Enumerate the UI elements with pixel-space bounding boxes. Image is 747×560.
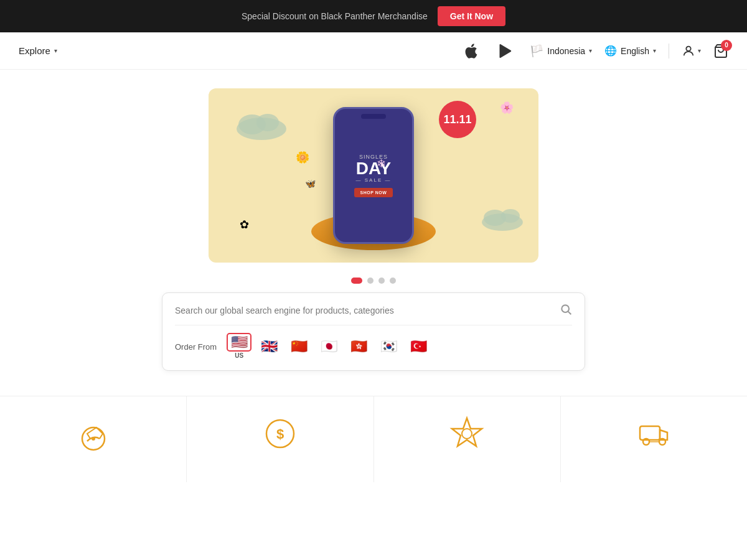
svg-point-8	[561, 305, 569, 312]
flag-uk-button[interactable]: 🇬🇧	[256, 337, 281, 356]
region-icon: 🏳️	[530, 44, 543, 58]
top-banner: Special Discount on Black Panther Mercha…	[0, 0, 747, 32]
dot-3[interactable]	[378, 278, 385, 284]
chevron-down-icon: ▾	[54, 47, 57, 54]
eleven-eleven-badge: 11.11	[439, 101, 476, 138]
cn-flag-icon: 🇨🇳	[288, 338, 310, 355]
nav-divider	[669, 44, 669, 58]
dot-4[interactable]	[390, 278, 396, 284]
region-label: Indonesia	[547, 46, 585, 56]
nav-left: Explore ▾	[19, 45, 57, 56]
svg-point-7	[501, 209, 520, 223]
main-content: 🌸 ✿ 🌼 🦋 11.11 SINGLES DAY — SALE — SHOP …	[0, 70, 747, 495]
feature-quality	[374, 396, 561, 482]
apple-icon	[463, 42, 480, 60]
phone-notch	[361, 114, 386, 119]
search-icon	[560, 303, 572, 315]
kr-flag-icon: 🇰🇷	[377, 338, 400, 355]
search-input-row	[175, 303, 572, 325]
svg-point-0	[686, 46, 690, 50]
phone-container: SINGLES DAY — SALE — SHOP NOW	[333, 107, 414, 244]
svg-rect-16	[640, 426, 660, 440]
flag-buttons: 🇺🇸 US 🇬🇧 🇨🇳 🇯🇵 🇭🇰 🇰🇷	[227, 333, 431, 360]
snowflake-icon: ❄	[377, 157, 386, 170]
dot-2[interactable]	[367, 278, 374, 284]
play-store-icon	[497, 42, 515, 60]
flower-top-right-icon: 🌸	[500, 101, 514, 114]
quality-icon	[448, 415, 486, 459]
flag-jp-button[interactable]: 🇯🇵	[316, 337, 341, 356]
flag-hk-button[interactable]: 🇭🇰	[346, 337, 371, 356]
order-from-row: Order From 🇺🇸 US 🇬🇧 🇨🇳 🇯🇵 🇭🇰	[175, 325, 572, 360]
nav-right: 🏳️ Indonesia ▾ 🌐 English ▾ ▾ 0	[460, 40, 728, 62]
jp-flag-icon: 🇯🇵	[317, 338, 340, 355]
cart-count: 0	[721, 40, 732, 51]
flag-cn-button[interactable]: 🇨🇳	[286, 337, 311, 356]
butterfly-icon: 🦋	[305, 179, 316, 189]
phone-mockup: SINGLES DAY — SALE — SHOP NOW	[333, 107, 414, 244]
search-submit-button[interactable]	[560, 303, 572, 317]
phone-content: SINGLES DAY — SALE — SHOP NOW	[348, 147, 400, 203]
apple-store-button[interactable]	[460, 40, 482, 62]
carousel-dots	[0, 278, 747, 284]
hero-banner: 🌸 ✿ 🌼 🦋 11.11 SINGLES DAY — SALE — SHOP …	[209, 88, 538, 263]
search-input[interactable]	[175, 306, 553, 315]
feature-delivery	[561, 396, 747, 482]
flag-us-button[interactable]: 🇺🇸 US	[227, 333, 251, 360]
language-label: English	[621, 46, 649, 56]
delivery-icon	[635, 415, 672, 459]
flower-mid-icon: 🌼	[296, 151, 309, 164]
hk-flag-icon: 🇭🇰	[347, 338, 370, 355]
explore-label: Explore	[19, 45, 50, 56]
language-button[interactable]: 🌐 English ▾	[604, 45, 656, 57]
user-account-button[interactable]: ▾	[682, 44, 701, 58]
shop-now-text: SHOP NOW	[354, 188, 393, 197]
order-from-label: Order From	[175, 342, 217, 352]
flag-kr-button[interactable]: 🇰🇷	[376, 337, 401, 356]
play-store-button[interactable]	[495, 40, 517, 62]
us-flag-icon: 🇺🇸	[228, 334, 250, 350]
svg-line-9	[568, 312, 571, 315]
globe-icon: 🌐	[604, 45, 617, 57]
navbar: Explore ▾ 🏳️ Indonesia ▾ 🌐 English ▾	[0, 32, 747, 70]
us-flag-label: US	[235, 352, 243, 359]
search-section: Order From 🇺🇸 US 🇬🇧 🇨🇳 🇯🇵 🇭🇰	[162, 292, 585, 371]
svg-text:$: $	[276, 426, 284, 442]
features-section: $	[0, 396, 747, 482]
language-chevron-icon: ▾	[653, 47, 656, 54]
hero-banner-wrapper: 🌸 ✿ 🌼 🦋 11.11 SINGLES DAY — SALE — SHOP …	[0, 82, 747, 269]
feature-payment: $	[187, 396, 374, 482]
user-icon	[682, 44, 695, 58]
payment-icon: $	[261, 415, 299, 459]
flag-tr-button[interactable]: 🇹🇷	[406, 337, 431, 356]
banner-text: Special Discount on Black Panther Mercha…	[242, 11, 428, 21]
svg-point-4	[256, 114, 279, 131]
uk-flag-icon: 🇬🇧	[258, 338, 280, 355]
best-price-icon	[75, 415, 112, 459]
feature-best-price	[0, 396, 187, 482]
sale-text: — SALE —	[354, 177, 393, 183]
day-text: DAY	[354, 160, 393, 177]
user-chevron-icon: ▾	[698, 47, 701, 54]
dot-1[interactable]	[351, 278, 362, 284]
flower-bottom-left-icon: ✿	[240, 218, 249, 231]
get-it-now-button[interactable]: Get It Now	[438, 6, 505, 26]
svg-point-11	[92, 437, 95, 441]
svg-point-15	[462, 429, 472, 439]
cloud-left-icon	[233, 107, 289, 141]
cloud-right-icon	[479, 203, 526, 231]
explore-button[interactable]: Explore ▾	[19, 45, 57, 56]
eleven-badge-text: 11.11	[443, 113, 471, 126]
svg-marker-14	[452, 418, 482, 446]
region-button[interactable]: 🏳️ Indonesia ▾	[530, 44, 592, 58]
region-chevron-icon: ▾	[589, 47, 592, 54]
tr-flag-icon: 🇹🇷	[407, 338, 430, 355]
cart-button[interactable]: 0	[713, 44, 728, 58]
